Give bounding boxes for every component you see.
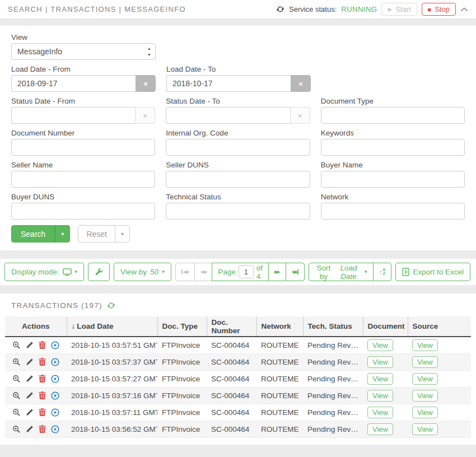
search-button[interactable]: Search <box>11 225 55 243</box>
edit-pencil-icon[interactable] <box>26 391 34 399</box>
view-source-button[interactable]: View <box>412 390 438 402</box>
seller-duns-input[interactable] <box>166 171 310 188</box>
zoom-in-icon[interactable] <box>12 391 21 400</box>
buyer-duns-label: Buyer DUNS <box>11 192 155 202</box>
sort-by-label: Sort by <box>315 264 333 281</box>
load-date-from-clear-button[interactable]: × <box>136 75 156 92</box>
load-date-to-input[interactable] <box>166 75 291 92</box>
edit-pencil-icon[interactable] <box>26 425 34 433</box>
view-document-button[interactable]: View <box>367 390 393 402</box>
view-document-button[interactable]: View <box>367 407 393 418</box>
refresh-status-icon[interactable] <box>276 5 284 13</box>
status-date-from-input[interactable] <box>11 107 135 124</box>
export-excel-button[interactable]: Export to Excel <box>395 263 470 281</box>
sort-by-button[interactable]: Sort by Load Date ▾ <box>309 263 374 281</box>
view-document-button[interactable]: View <box>367 356 393 368</box>
status-date-to-clear-button[interactable]: × <box>290 107 310 124</box>
document-number-label: Document Number <box>11 128 155 138</box>
load-date-to-field: Load Date - To × <box>166 64 311 92</box>
refresh-results-icon[interactable] <box>107 301 115 310</box>
technical-status-input[interactable] <box>166 203 310 220</box>
delete-trash-icon[interactable] <box>39 391 46 399</box>
document-number-input[interactable] <box>11 139 155 156</box>
zoom-in-icon[interactable] <box>12 375 21 383</box>
zoom-in-icon[interactable] <box>12 425 21 433</box>
cell-doc-type: FTPInvoice <box>157 421 207 437</box>
view-source-button[interactable]: View <box>412 339 438 351</box>
play-icon: ▶ <box>388 6 392 12</box>
page-input[interactable] <box>239 265 254 278</box>
reset-button[interactable]: Reset <box>78 225 115 243</box>
load-date-to-clear-button[interactable]: × <box>291 75 311 92</box>
edit-pencil-icon[interactable] <box>26 358 34 366</box>
buyer-duns-input[interactable] <box>11 203 155 220</box>
zoom-in-icon[interactable] <box>12 341 21 349</box>
status-date-from-clear-button[interactable]: × <box>135 107 155 124</box>
keywords-input[interactable] <box>321 139 465 156</box>
view-document-button[interactable]: View <box>367 373 393 385</box>
edit-pencil-icon[interactable] <box>26 408 34 416</box>
cell-network: ROUTEME <box>256 387 303 404</box>
view-by-button[interactable]: View by 50 ▾ <box>114 263 171 281</box>
load-date-from-input[interactable] <box>11 75 136 92</box>
form-row-status-date: Status Date - From × Status Date - To × … <box>11 96 465 124</box>
collapse-chevron-up-icon[interactable] <box>460 7 468 12</box>
table-row: 2018-10-15 03:57:11 GMT FTPInvoice SC-00… <box>5 404 471 421</box>
run-play-icon[interactable] <box>51 408 59 417</box>
run-play-icon[interactable] <box>51 375 59 383</box>
run-play-icon[interactable] <box>51 425 59 433</box>
run-play-icon[interactable] <box>51 341 59 349</box>
sort-direction-button[interactable]: ↑ AZ <box>373 263 392 281</box>
delete-trash-icon[interactable] <box>39 358 46 366</box>
start-button[interactable]: ▶ Start <box>381 3 417 16</box>
zoom-in-icon[interactable] <box>12 408 21 417</box>
results-toolbar: Display mode: ▾ View by 50 ▾ ◀◀ ◀◀ Pag <box>0 259 476 285</box>
status-date-to-input[interactable] <box>166 107 290 124</box>
seller-duns-label: Seller DUNS <box>166 160 310 170</box>
col-header-source: Source <box>408 316 471 337</box>
prev-page-button[interactable]: ◀◀ <box>194 263 212 281</box>
display-mode-button[interactable]: Display mode: ▾ <box>4 263 84 281</box>
last-page-button[interactable]: ▶▶ <box>286 263 304 281</box>
sort-by-value: Load Date <box>335 264 362 281</box>
cell-doc-type: FTPInvoice <box>157 353 207 370</box>
cell-doc-number: SC-000464 <box>207 370 256 387</box>
view-select[interactable]: MessageInfo <box>11 43 156 60</box>
view-by-label: View by <box>120 268 147 276</box>
zoom-in-icon[interactable] <box>12 358 21 366</box>
view-source-button[interactable]: View <box>412 407 438 418</box>
first-page-button[interactable]: ◀◀ <box>175 263 195 281</box>
run-play-icon[interactable] <box>51 358 59 366</box>
search-form-panel: View MessageInfo ▲▼ Load Date - From × <box>0 26 476 250</box>
reset-dropdown-caret[interactable]: ▾ <box>115 225 130 243</box>
pagination-group: ◀◀ ◀◀ Page of 4 ▶▶ ▶▶ <box>175 263 305 281</box>
excel-file-icon <box>402 268 409 276</box>
table-row: 2018-10-15 03:57:37 GMT FTPInvoice SC-00… <box>5 353 471 370</box>
view-source-button[interactable]: View <box>412 373 438 385</box>
next-page-icon: ▶▶ <box>274 269 280 274</box>
view-document-button[interactable]: View <box>367 339 393 351</box>
view-source-button[interactable]: View <box>412 423 438 435</box>
col-header-doc-type: Doc. Type <box>157 316 207 337</box>
table-row: 2018-10-15 03:57:16 GMT FTPInvoice SC-00… <box>5 387 471 404</box>
last-page-icon: ▶▶ <box>292 269 298 274</box>
run-play-icon[interactable] <box>51 391 59 400</box>
buyer-name-input[interactable] <box>321 171 465 188</box>
settings-wrench-button[interactable] <box>88 263 110 281</box>
view-document-button[interactable]: View <box>367 423 393 435</box>
edit-pencil-icon[interactable] <box>26 341 34 349</box>
delete-trash-icon[interactable] <box>39 341 46 349</box>
network-input[interactable] <box>321 203 465 220</box>
stop-button[interactable]: ■ Stop <box>422 3 456 16</box>
document-type-input[interactable] <box>321 107 465 124</box>
internal-org-code-input[interactable] <box>166 139 310 156</box>
delete-trash-icon[interactable] <box>39 408 46 416</box>
search-dropdown-caret[interactable]: ▾ <box>55 225 70 243</box>
edit-pencil-icon[interactable] <box>26 375 34 383</box>
seller-name-input[interactable] <box>11 171 155 188</box>
view-source-button[interactable]: View <box>412 356 438 368</box>
delete-trash-icon[interactable] <box>39 375 46 383</box>
delete-trash-icon[interactable] <box>39 425 46 433</box>
next-page-button[interactable]: ▶▶ <box>268 263 286 281</box>
cell-network: ROUTEME <box>256 421 303 437</box>
